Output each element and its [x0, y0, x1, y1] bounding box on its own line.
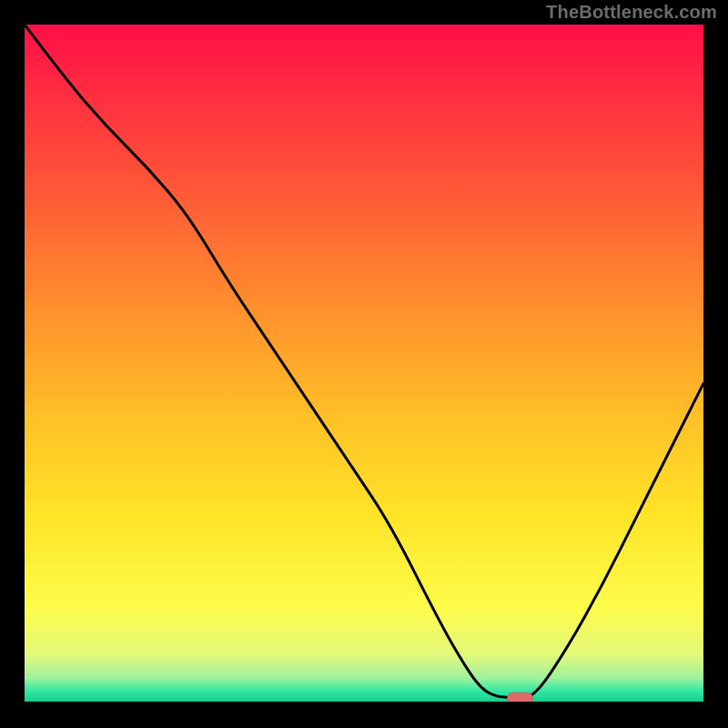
watermark-text: TheBottleneck.com	[546, 2, 717, 23]
plot-background-gradient	[25, 25, 703, 702]
bottleneck-chart	[0, 0, 728, 728]
chart-container: { "watermark": { "text": "TheBottleneck.…	[0, 0, 728, 728]
